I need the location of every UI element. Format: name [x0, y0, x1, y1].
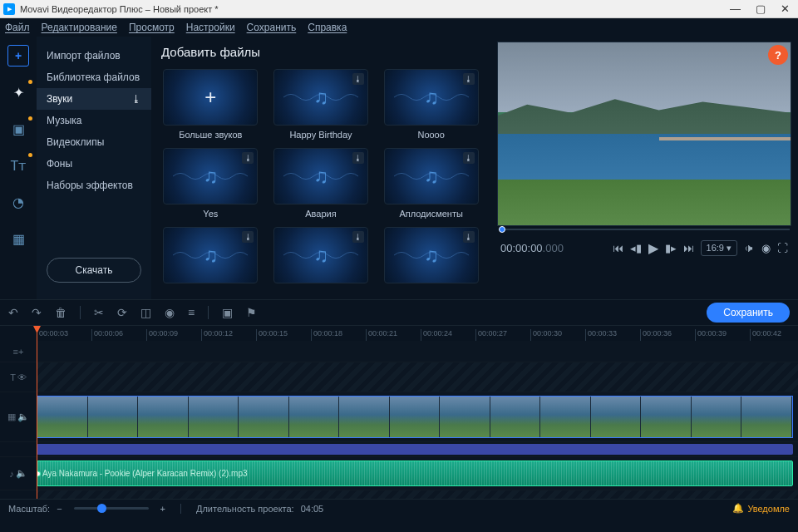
link-clip[interactable]	[37, 444, 793, 455]
clip-frame	[692, 397, 742, 437]
timeline-ruler[interactable]: 00:00:0300:00:0600:00:0900:00:1200:00:15…	[0, 326, 798, 341]
video-clip[interactable]	[37, 396, 793, 438]
playhead-line[interactable]	[37, 341, 37, 499]
scrub-bar[interactable]	[497, 226, 791, 233]
mute-icon[interactable]: 🔈	[16, 468, 27, 479]
sidebar-item-library[interactable]: Библиотека файлов	[37, 66, 151, 88]
clip-frame	[88, 397, 139, 437]
title-track-lane[interactable]	[37, 362, 798, 392]
tile-thumb[interactable]: ♫⭳	[384, 227, 479, 283]
step-fwd-icon[interactable]: ▮▸	[665, 242, 677, 254]
download-icon: ⭳	[131, 93, 141, 105]
clip-frame	[741, 397, 792, 437]
download-icon[interactable]: ⭳	[463, 231, 475, 243]
zoom-slider[interactable]	[74, 507, 149, 510]
audio-clip[interactable]: Aya Nakamura - Pookie (Alper Karacan Rem…	[37, 461, 793, 486]
adjust-icon[interactable]: ≡	[188, 306, 195, 319]
notification-button[interactable]: 🔔 Уведомле	[732, 503, 790, 514]
color-icon[interactable]: ◉	[165, 306, 175, 319]
sidebar-item-import[interactable]: Импорт файлов	[37, 45, 151, 66]
mute-icon[interactable]: 🔈	[17, 411, 29, 422]
sidebar-item-videoclips[interactable]: Видеоклипы	[37, 131, 151, 153]
video-track-lane[interactable]	[37, 392, 798, 441]
download-icon[interactable]: ⭳	[463, 73, 475, 85]
sidebar-item-backgrounds[interactable]: Фоны	[37, 153, 151, 175]
ruler-tick: 00:00:21	[366, 329, 421, 341]
zoom-in-icon[interactable]: +	[160, 504, 165, 514]
sidebar-item-label: Звуки	[47, 93, 72, 105]
download-icon[interactable]: ⭳	[352, 231, 364, 243]
stickers-tab-icon[interactable]: ◔	[7, 191, 29, 213]
cut-icon[interactable]: ✂	[94, 306, 104, 319]
track-row-spacer	[0, 490, 798, 499]
tile-thumb[interactable]: ♫⭳	[163, 227, 258, 283]
menu-settings[interactable]: Настройки	[186, 22, 235, 33]
maximize-icon[interactable]: ▢	[756, 2, 766, 15]
ruler-tick: 00:00:12	[201, 329, 256, 341]
fullscreen-icon[interactable]: ⛶	[777, 242, 788, 254]
ruler-tick: 00:00:42	[750, 329, 798, 341]
bell-icon: 🔔	[732, 503, 744, 514]
tile-thumb[interactable]: ♫⭳	[273, 148, 368, 204]
download-button[interactable]: Скачать	[47, 258, 141, 283]
menu-edit[interactable]: Редактирование	[42, 22, 117, 33]
delete-icon[interactable]: 🗑	[55, 306, 66, 319]
undo-icon[interactable]: ↶	[8, 306, 18, 319]
zoom-out-icon[interactable]: −	[57, 504, 62, 514]
audio-clip-label: Aya Nakamura - Pookie (Alper Karacan Rem…	[42, 469, 248, 478]
save-button[interactable]: Сохранить	[707, 303, 790, 323]
title-track-head[interactable]: T👁	[0, 372, 37, 382]
playhead[interactable]	[37, 326, 37, 341]
visibility-icon[interactable]: 👁	[17, 372, 27, 382]
menu-view[interactable]: Просмотр	[129, 22, 175, 33]
aspect-selector[interactable]: 16:9 ▾	[701, 240, 737, 256]
statusbar: Масштаб: − + Длительность проекта: 04:05…	[0, 499, 798, 517]
add-track-button[interactable]: ≡+	[0, 347, 37, 357]
zoom-thumb[interactable]	[97, 504, 106, 513]
step-back-icon[interactable]: ◂▮	[630, 242, 642, 254]
import-tab-icon[interactable]: +	[7, 45, 29, 66]
audio-track-head[interactable]: ♪🔈	[0, 468, 37, 479]
rotate-icon[interactable]: ⟳	[117, 306, 127, 319]
more-tab-icon[interactable]: ▦	[7, 228, 29, 249]
menu-file[interactable]: Файл	[5, 22, 30, 33]
close-icon[interactable]: ✕	[781, 2, 790, 15]
track-row-link	[0, 442, 798, 457]
link-track-lane[interactable]	[37, 442, 798, 456]
sidebar-item-music[interactable]: Музыка	[37, 110, 151, 131]
sidebar-item-effect-packs[interactable]: Наборы эффектов	[37, 175, 151, 196]
redo-icon[interactable]: ↷	[32, 306, 42, 319]
skip-start-icon[interactable]: ⏮	[613, 242, 623, 254]
tile-thumb[interactable]	[163, 69, 258, 126]
tile-label: Аплодисменты	[399, 209, 462, 219]
menu-save[interactable]: Сохранить	[247, 22, 297, 33]
record-icon[interactable]: ▣	[222, 306, 233, 319]
tile-thumb[interactable]: ♫⭳	[384, 69, 479, 126]
video-track-head[interactable]: ▦🔈	[0, 411, 37, 422]
download-icon[interactable]: ⭳	[352, 152, 364, 164]
menu-help[interactable]: Справка	[308, 22, 347, 33]
volume-icon[interactable]: 🕩	[744, 242, 755, 254]
scrub-handle[interactable]	[499, 226, 505, 233]
download-icon[interactable]: ⭳	[242, 152, 254, 164]
play-icon[interactable]: ▶	[648, 240, 658, 256]
download-icon[interactable]: ⭳	[463, 152, 475, 164]
skip-end-icon[interactable]: ⏭	[683, 242, 694, 254]
video-preview[interactable]	[497, 42, 791, 226]
crop-icon[interactable]: ◫	[140, 306, 151, 319]
sidebar-item-sounds[interactable]: Звуки ⭳	[37, 88, 151, 110]
transitions-tab-icon[interactable]: ▣	[7, 118, 29, 140]
minimize-icon[interactable]: —	[730, 2, 741, 15]
effects-tab-icon[interactable]: ✦	[7, 81, 29, 103]
audio-track-lane[interactable]: Aya Nakamura - Pookie (Alper Karacan Rem…	[37, 457, 798, 490]
tile-thumb[interactable]: ♫⭳	[273, 227, 368, 283]
snapshot-icon[interactable]: ◉	[761, 242, 771, 254]
titles-tab-icon[interactable]: Tᴛ	[7, 155, 29, 176]
download-icon[interactable]: ⭳	[242, 231, 254, 243]
tile-thumb[interactable]: ♫⭳	[384, 148, 479, 204]
marker-icon[interactable]: ⚑	[246, 306, 257, 319]
tile-thumb[interactable]: ♫⭳	[163, 148, 258, 204]
tile-thumb[interactable]: ♫⭳	[273, 69, 368, 126]
download-icon[interactable]: ⭳	[352, 73, 364, 85]
help-button[interactable]: ?	[768, 45, 788, 65]
